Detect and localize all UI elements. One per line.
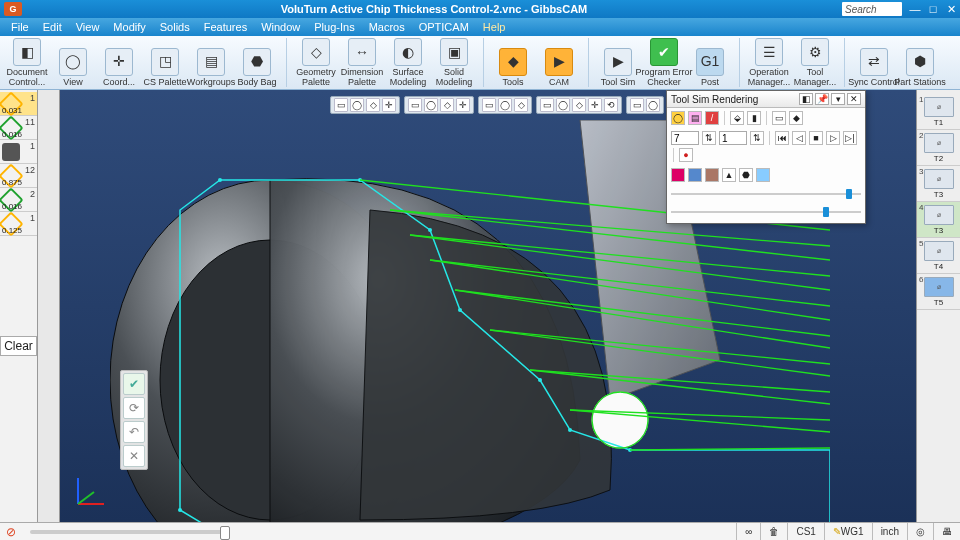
viewport-tool-button[interactable]: ✛ — [382, 98, 396, 112]
status-target-icon[interactable]: ◎ — [907, 523, 933, 540]
ribbon-geopal-button[interactable]: ◇Geometry Palette — [293, 38, 339, 87]
viewport-tool-button[interactable]: ◇ — [514, 98, 528, 112]
layer-d-icon[interactable]: ▲ — [722, 168, 736, 182]
ribbon-cam-button[interactable]: ▶CAM — [536, 48, 582, 87]
disp-stock-icon[interactable]: ▭ — [772, 111, 786, 125]
ribbon-solidmod-button[interactable]: ▣Solid Modeling — [431, 38, 477, 87]
layer-b-icon[interactable] — [688, 168, 702, 182]
viewport-tool-button[interactable]: ⟲ — [604, 98, 618, 112]
viewport-tool-button[interactable]: ◯ — [556, 98, 570, 112]
layer-e-icon[interactable]: ⬣ — [739, 168, 753, 182]
panel-close-button[interactable]: ✕ — [847, 93, 861, 105]
status-units-button[interactable]: inch — [872, 523, 907, 540]
menu-window[interactable]: Window — [254, 21, 307, 33]
status-cs-button[interactable]: CS1 — [787, 523, 823, 540]
tool-row[interactable]: 110.016 — [0, 116, 37, 140]
menu-help[interactable]: Help — [476, 21, 513, 33]
transparency-slider-1[interactable] — [671, 187, 861, 201]
tool-row[interactable]: 120.875 — [0, 164, 37, 188]
play-button[interactable]: ▷ — [826, 131, 840, 145]
menu-file[interactable]: File — [4, 21, 36, 33]
cancel-button[interactable]: ✕ — [123, 445, 145, 467]
ribbon-toolsim-button[interactable]: ▶Tool Sim — [595, 48, 641, 87]
operation-row[interactable]: 2⌀T2 — [917, 130, 960, 166]
ribbon-tools-button[interactable]: ◆Tools — [490, 48, 536, 87]
step-input[interactable] — [719, 131, 747, 145]
menu-solids[interactable]: Solids — [153, 21, 197, 33]
viewport-tool-button[interactable]: ◇ — [366, 98, 380, 112]
ribbon-wg-button[interactable]: ▤Workgroups — [188, 48, 234, 87]
stop-button[interactable]: ■ — [809, 131, 823, 145]
ribbon-coord-button[interactable]: ✛Coord... — [96, 48, 142, 87]
ribbon-parts-button[interactable]: ⬢Part Stations — [897, 48, 943, 87]
view-axes-gizmo[interactable] — [70, 472, 110, 512]
tool-list-scroll[interactable] — [38, 90, 60, 522]
operation-row[interactable]: 1⌀T1 — [917, 94, 960, 130]
tool-row[interactable]: 20.016 — [0, 188, 37, 212]
menu-macros[interactable]: Macros — [362, 21, 412, 33]
viewport-tool-button[interactable]: ▭ — [540, 98, 554, 112]
disp-tool-icon[interactable]: ⬙ — [730, 111, 744, 125]
ribbon-doc-button[interactable]: ◧Document Control... — [4, 38, 50, 87]
clear-button[interactable]: Clear — [0, 336, 37, 356]
search-input[interactable]: Search — [842, 2, 902, 16]
layer-c-icon[interactable] — [705, 168, 719, 182]
ribbon-bodybag-button[interactable]: ⬣Body Bag — [234, 48, 280, 87]
viewport-tool-button[interactable]: ✛ — [456, 98, 470, 112]
accept-button[interactable]: ✔ — [123, 373, 145, 395]
ribbon-view-button[interactable]: ◯View — [50, 48, 96, 87]
operation-row[interactable]: 6⌀T5 — [917, 274, 960, 310]
status-wg-button[interactable]: ✎ WG1 — [824, 523, 872, 540]
viewport-tool-button[interactable]: ✛ — [588, 98, 602, 112]
speed-input[interactable] — [671, 131, 699, 145]
step-back-button[interactable]: ◁ — [792, 131, 806, 145]
ribbon-post-button[interactable]: G1Post — [687, 48, 733, 87]
step-fwd-button[interactable]: ▷| — [843, 131, 857, 145]
layer-f-icon[interactable] — [756, 168, 770, 182]
operation-row[interactable]: 4⌀T3 — [917, 202, 960, 238]
viewport-tool-button[interactable]: ◯ — [498, 98, 512, 112]
disp-wire-icon[interactable]: ◯ — [671, 111, 685, 125]
menu-modify[interactable]: Modify — [106, 21, 152, 33]
speed-step-icon[interactable]: ⇅ — [702, 131, 716, 145]
ribbon-opmgr-button[interactable]: ☰Operation Manager... — [746, 38, 792, 87]
menu-plugins[interactable]: Plug-Ins — [307, 21, 361, 33]
ribbon-toolmgr-button[interactable]: ⚙Tool Manager... — [792, 38, 838, 87]
tool-row[interactable]: 10.125 — [0, 212, 37, 236]
ribbon-progerr-button[interactable]: ✔Program Error Checker — [641, 38, 687, 87]
status-alert-icon[interactable]: ⊘ — [0, 525, 22, 539]
undo-button[interactable]: ↶ — [123, 421, 145, 443]
disp-holder-icon[interactable]: ▮ — [747, 111, 761, 125]
viewport-3d[interactable]: ▭◯◇✛▭◯◇✛▭◯◇▭◯◇✛⟲▭◯▭ — [60, 90, 916, 522]
rewind-button[interactable]: ⏮ — [775, 131, 789, 145]
viewport-tool-button[interactable]: ▭ — [482, 98, 496, 112]
status-trash-icon[interactable]: 🗑 — [760, 523, 787, 540]
menu-opticam[interactable]: OPTICAM — [412, 21, 476, 33]
viewport-tool-button[interactable]: ▭ — [334, 98, 348, 112]
window-maximize-button[interactable]: □ — [924, 3, 942, 15]
menu-view[interactable]: View — [69, 21, 107, 33]
menu-features[interactable]: Features — [197, 21, 254, 33]
tool-row[interactable]: 1 — [0, 140, 37, 164]
ribbon-cspal-button[interactable]: ◳CS Palette — [142, 48, 188, 87]
apply-button[interactable]: ⟳ — [123, 397, 145, 419]
status-print-icon[interactable]: 🖶 — [933, 523, 960, 540]
panel-pin-button[interactable]: 📌 — [815, 93, 829, 105]
panel-menu-button[interactable]: ▾ — [831, 93, 845, 105]
window-minimize-button[interactable]: — — [906, 3, 924, 15]
layer-a-icon[interactable] — [671, 168, 685, 182]
viewport-tool-button[interactable]: ◯ — [350, 98, 364, 112]
viewport-tool-button[interactable]: ▭ — [630, 98, 644, 112]
transparency-slider-2[interactable] — [671, 205, 861, 219]
tool-row[interactable]: 10.031 — [0, 92, 37, 116]
ribbon-surfmod-button[interactable]: ◐Surface Modeling — [385, 38, 431, 87]
viewport-tool-button[interactable]: ◇ — [440, 98, 454, 112]
window-close-button[interactable]: ✕ — [942, 3, 960, 16]
ribbon-dimpal-button[interactable]: ↔Dimension Palette — [339, 38, 385, 87]
status-loop-icon[interactable]: ∞ — [736, 523, 760, 540]
panel-dock-button[interactable]: ◧ — [799, 93, 813, 105]
step-step-icon[interactable]: ⇅ — [750, 131, 764, 145]
viewport-tool-button[interactable]: ◯ — [646, 98, 660, 112]
disp-edge-icon[interactable]: / — [705, 111, 719, 125]
viewport-tool-button[interactable]: ◇ — [572, 98, 586, 112]
